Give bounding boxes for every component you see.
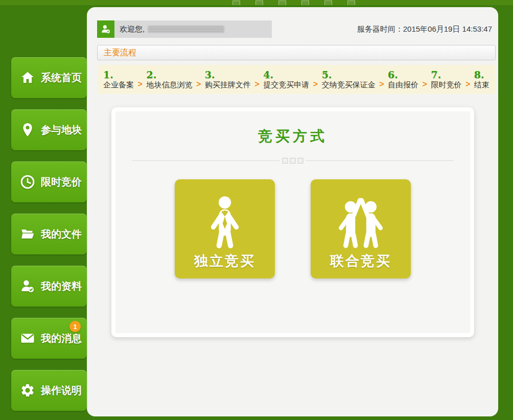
list-icon bbox=[232, 1, 240, 5]
single-person-icon bbox=[199, 194, 250, 251]
sidebar-item-instructions[interactable]: 操作说明 bbox=[11, 370, 87, 411]
sidebar-item-my-profile[interactable]: 我的资料 bbox=[11, 266, 87, 307]
arrow-separator: > bbox=[465, 71, 470, 89]
process-step: 6. 自由报价 bbox=[388, 69, 418, 90]
step-number: 7. bbox=[431, 69, 461, 80]
sidebar-item-label: 参与地块 bbox=[41, 123, 82, 137]
joint-bid-button[interactable]: 联合竞买 bbox=[311, 179, 411, 278]
option-label: 独立竞买 bbox=[194, 252, 255, 270]
process-title-bar: 主要流程 bbox=[97, 45, 496, 60]
redacted-username bbox=[148, 26, 224, 33]
sidebar-item-label: 操作说明 bbox=[41, 384, 82, 398]
arrow-separator: > bbox=[196, 71, 201, 89]
sidebar-item-plots[interactable]: 参与地块 bbox=[11, 109, 87, 150]
app-screen: 欢迎您, 服务器时间：2015年06月19日 14:53:47 主要流程 1. … bbox=[0, 0, 513, 420]
step-label: 提交竞买申请 bbox=[263, 80, 309, 90]
step-number: 6. bbox=[388, 69, 418, 80]
title-divider bbox=[132, 160, 454, 161]
step-number: 4. bbox=[263, 69, 309, 80]
arrow-separator: > bbox=[379, 71, 384, 89]
step-number: 3. bbox=[205, 69, 251, 80]
sidebar-item-home[interactable]: 系统首页 bbox=[11, 57, 87, 98]
process-steps-bar: 1. 企业备案 > 2. 地块信息浏览 > 3. 购买挂牌文件 > 4. 提交竞… bbox=[97, 65, 496, 94]
sidebar-item-label: 我的文件 bbox=[41, 227, 82, 241]
process-step: 1. 企业备案 bbox=[103, 69, 134, 90]
sidebar-item-label: 我的消息 bbox=[41, 332, 82, 345]
share-icon bbox=[324, 1, 332, 5]
sidebar-item-label: 限时竞价 bbox=[41, 175, 82, 189]
step-number: 8. bbox=[474, 69, 489, 80]
process-step: 3. 购买挂牌文件 bbox=[205, 69, 251, 90]
gear-icon bbox=[20, 383, 35, 398]
step-number: 2. bbox=[146, 69, 192, 80]
sidebar-item-timed-bidding[interactable]: 限时竞价 bbox=[11, 161, 87, 202]
clock-icon bbox=[20, 174, 35, 190]
process-title: 主要流程 bbox=[104, 48, 136, 58]
process-step: 4. 提交竞买申请 bbox=[263, 69, 309, 90]
independent-bid-button[interactable]: 独立竞买 bbox=[175, 179, 275, 278]
process-step: 7. 限时竞价 bbox=[431, 69, 461, 90]
building-icon bbox=[347, 1, 355, 5]
step-number: 1. bbox=[103, 69, 134, 80]
welcome-row: 欢迎您, 服务器时间：2015年06月19日 14:53:47 bbox=[97, 20, 492, 38]
home-icon bbox=[20, 70, 35, 85]
option-label: 联合竞买 bbox=[330, 252, 391, 270]
map-pin-icon bbox=[20, 122, 35, 137]
step-label: 地块信息浏览 bbox=[146, 80, 192, 90]
flag-icon bbox=[278, 1, 286, 5]
divider-ornament bbox=[280, 158, 306, 164]
step-label: 自由报价 bbox=[388, 80, 418, 90]
user-avatar-box bbox=[97, 20, 114, 38]
welcome-bar: 欢迎您, bbox=[114, 20, 272, 38]
process-step: 8. 结束 bbox=[474, 69, 489, 90]
user-check-icon bbox=[101, 24, 111, 34]
pencil-icon bbox=[255, 1, 263, 5]
welcome-label: 欢迎您, bbox=[120, 25, 145, 34]
step-label: 企业备案 bbox=[103, 80, 134, 90]
arrow-separator: > bbox=[313, 71, 318, 89]
mail-icon bbox=[20, 331, 35, 346]
top-banner-strip bbox=[0, 0, 513, 5]
process-step: 2. 地块信息浏览 bbox=[146, 69, 192, 90]
arrow-separator: > bbox=[138, 71, 143, 89]
grid-icon bbox=[301, 1, 309, 5]
sidebar: 系统首页 参与地块 限时竞价 我的文件 bbox=[11, 57, 87, 411]
top-banner-icons bbox=[232, 1, 355, 5]
process-step: 5. 交纳竞买保证金 bbox=[322, 69, 376, 90]
sidebar-item-label: 系统首页 bbox=[41, 71, 82, 85]
step-label: 购买挂牌文件 bbox=[205, 80, 251, 90]
bid-options: 独立竞买 bbox=[115, 179, 470, 278]
arrow-separator: > bbox=[254, 71, 259, 89]
main-panel: 欢迎您, 服务器时间：2015年06月19日 14:53:47 主要流程 1. … bbox=[87, 7, 498, 416]
two-people-icon bbox=[332, 194, 389, 251]
sidebar-item-my-messages[interactable]: 我的消息 1 bbox=[11, 318, 87, 359]
folder-icon bbox=[20, 226, 35, 242]
message-count-badge: 1 bbox=[69, 321, 81, 332]
bid-mode-box: 竞买方式 独立竞买 bbox=[111, 107, 474, 337]
page-title: 竞买方式 bbox=[115, 127, 470, 146]
server-time: 服务器时间：2015年06月19日 14:53:47 bbox=[357, 25, 492, 34]
step-label: 结束 bbox=[474, 80, 489, 90]
user-check-icon bbox=[20, 278, 35, 294]
sidebar-item-label: 我的资料 bbox=[41, 279, 82, 293]
arrow-separator: > bbox=[423, 71, 427, 89]
sidebar-item-my-files[interactable]: 我的文件 bbox=[11, 214, 87, 254]
step-label: 限时竞价 bbox=[431, 80, 461, 90]
step-number: 5. bbox=[322, 69, 376, 80]
step-label: 交纳竞买保证金 bbox=[322, 80, 376, 90]
